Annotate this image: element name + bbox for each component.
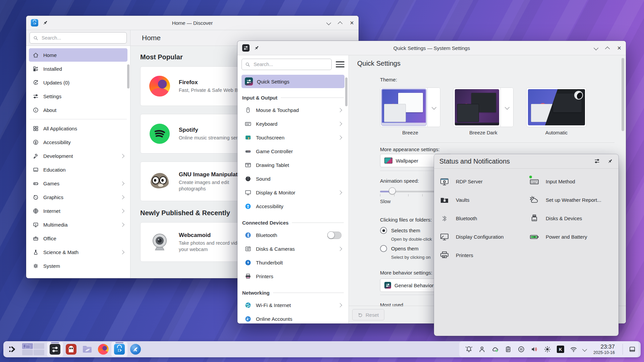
sidebar-item-bluetooth[interactable]: Bluetooth xyxy=(241,228,344,242)
maximize-button[interactable] xyxy=(605,46,610,51)
theme-option-automatic[interactable] xyxy=(526,87,587,127)
sidebar-item-installed[interactable]: Installed xyxy=(29,62,127,75)
show-desktop-icon[interactable] xyxy=(629,346,636,353)
sidebar-scrollbar[interactable] xyxy=(127,64,129,88)
accessibility-icon xyxy=(33,139,39,145)
sidebar-item-multimedia[interactable]: Multimedia xyxy=(29,218,127,231)
sidebar-item-drawing-tablet[interactable]: Drawing Tablet xyxy=(241,158,344,172)
minimize-button[interactable] xyxy=(594,46,598,50)
popup-item-input-method[interactable]: Input Method xyxy=(529,176,614,187)
sidebar-item-game-controller[interactable]: Game Controller xyxy=(241,144,344,158)
radio-button[interactable] xyxy=(380,227,387,234)
radio-button[interactable] xyxy=(380,245,387,252)
sidebar-item-settings[interactable]: Settings xyxy=(29,89,127,103)
sidebar-item-graphics[interactable]: Graphics xyxy=(29,190,127,204)
virtual-desktop-pager[interactable] xyxy=(22,343,44,355)
theme-option-breeze-dark[interactable] xyxy=(453,87,514,127)
sidebar-item-games[interactable]: Games xyxy=(29,177,127,190)
sidebar-item-updates[interactable]: Updates (0) xyxy=(29,76,127,89)
discover-search[interactable] xyxy=(30,32,127,44)
minimize-button[interactable] xyxy=(326,20,331,25)
more-appearance-label: More appearance settings: xyxy=(380,146,440,152)
task-konqueror[interactable] xyxy=(127,342,144,357)
popup-item-bluetooth[interactable]: Bluetooth xyxy=(439,213,529,224)
theme-variant-dropdown[interactable] xyxy=(427,88,440,127)
search-input[interactable] xyxy=(41,35,123,41)
clock[interactable]: 23:37 2025-10-16 xyxy=(593,344,615,355)
popup-item-disks-devices[interactable]: Disks & Devices xyxy=(529,213,614,224)
sidebar-item-touchscreen[interactable]: Touchscreen xyxy=(241,131,344,144)
volume-icon[interactable] xyxy=(531,346,538,353)
sidebar-item-office[interactable]: Office xyxy=(29,232,127,245)
user-icon[interactable] xyxy=(478,346,486,353)
sidebar-item-sound[interactable]: Sound xyxy=(241,172,344,186)
popup-item-printers[interactable]: Printers xyxy=(439,250,529,261)
sidebar-item-printers[interactable]: Printers xyxy=(241,269,344,283)
sidebar-item-disks-cameras[interactable]: Disks & Cameras xyxy=(241,242,344,256)
sidebar-item-home[interactable]: Home xyxy=(29,48,127,62)
tray-divider xyxy=(623,344,623,355)
close-button[interactable]: × xyxy=(617,45,621,51)
brightness-icon[interactable] xyxy=(544,346,551,353)
sidebar-item-accessibility[interactable]: Accessibility xyxy=(29,135,127,149)
sidebar-item-display-monitor[interactable]: Display & Monitor xyxy=(241,186,344,199)
expand-chevron-icon[interactable] xyxy=(582,347,587,352)
sidebar-item-science-math[interactable]: Science & Math xyxy=(29,245,127,259)
radio-selects-them[interactable]: Selects them xyxy=(380,227,420,234)
sidebar-item-education[interactable]: Education xyxy=(29,163,127,176)
sidebar-item-all-applications[interactable]: All Applications xyxy=(29,122,127,135)
system-settings-titlebar[interactable]: Quick Settings — System Settings × xyxy=(237,41,626,55)
theme-name: Breeze xyxy=(380,130,440,135)
sidebar-scrollbar[interactable] xyxy=(345,77,347,106)
k-app-icon[interactable]: K xyxy=(557,346,564,353)
sidebar-item-internet[interactable]: Internet xyxy=(29,204,127,218)
task-ghostwriter[interactable] xyxy=(63,342,79,357)
configure-icon[interactable] xyxy=(594,158,600,165)
slider-min-label: Slow xyxy=(380,199,390,204)
reset-button[interactable]: Reset xyxy=(352,309,384,320)
task-dolphin[interactable] xyxy=(79,342,95,357)
popup-item-vaults[interactable]: Vaults xyxy=(439,194,529,206)
sidebar-item-development[interactable]: Development xyxy=(29,149,127,163)
dolphin-task-icon xyxy=(82,344,93,355)
systemsettings-task-icon xyxy=(50,344,60,355)
sidebar-item-keyboard[interactable]: Keyboard xyxy=(241,117,344,131)
wifi-tray-icon[interactable] xyxy=(570,346,577,353)
animation-slider-handle[interactable] xyxy=(389,187,396,194)
sidebar-item-mouse-touchpad[interactable]: Mouse & Touchpad xyxy=(241,103,344,117)
app-launcher-button[interactable] xyxy=(5,342,19,356)
main-scrollbar[interactable] xyxy=(622,58,624,131)
task-firefox[interactable] xyxy=(95,342,111,357)
task-system-settings[interactable] xyxy=(47,342,63,357)
sidebar-item-quick-settings[interactable]: Quick Settings xyxy=(241,75,344,88)
task-discover[interactable] xyxy=(111,342,127,357)
radio-opens-them[interactable]: Opens them xyxy=(380,245,419,252)
close-button[interactable]: × xyxy=(350,19,354,26)
sidebar-item-online-accounts[interactable]: Online Accounts xyxy=(241,312,344,323)
clipboard-icon[interactable] xyxy=(504,346,512,353)
notifications-icon[interactable] xyxy=(465,346,473,353)
media-pause-icon[interactable] xyxy=(518,346,525,353)
sidebar-item-about[interactable]: About xyxy=(29,103,127,117)
sidebar-item-accessibility[interactable]: Accessibility xyxy=(241,199,344,213)
settings-search[interactable] xyxy=(241,59,332,70)
ghostwriter-task-icon xyxy=(66,344,76,355)
sidebar-item-thunderbolt[interactable]: Thunderbolt xyxy=(241,256,344,269)
bluetooth-toggle[interactable] xyxy=(327,232,341,239)
discover-titlebar[interactable]: Home — Discover × xyxy=(26,16,359,30)
pin-icon[interactable] xyxy=(42,20,48,26)
search-input[interactable] xyxy=(253,61,328,67)
popup-item-rdp-server[interactable]: RDP Server xyxy=(439,176,529,187)
theme-variant-dropdown[interactable] xyxy=(500,88,513,127)
maximize-button[interactable] xyxy=(338,21,342,26)
theme-option-breeze[interactable] xyxy=(380,87,440,127)
popup-item-display-configuration[interactable]: Display Configuration xyxy=(439,231,529,243)
cloud-sync-icon[interactable] xyxy=(491,346,499,353)
sidebar-item-wifi-internet[interactable]: Wi-Fi & Internet xyxy=(241,298,344,312)
sidebar-item-system[interactable]: System xyxy=(29,259,127,273)
pin-icon[interactable] xyxy=(607,158,613,164)
pin-icon[interactable] xyxy=(254,45,260,51)
popup-item-power-battery[interactable]: Power and Battery xyxy=(529,231,614,243)
hamburger-menu-icon[interactable] xyxy=(336,61,344,68)
popup-item-weather[interactable]: Set up Weather Report... xyxy=(529,194,614,206)
